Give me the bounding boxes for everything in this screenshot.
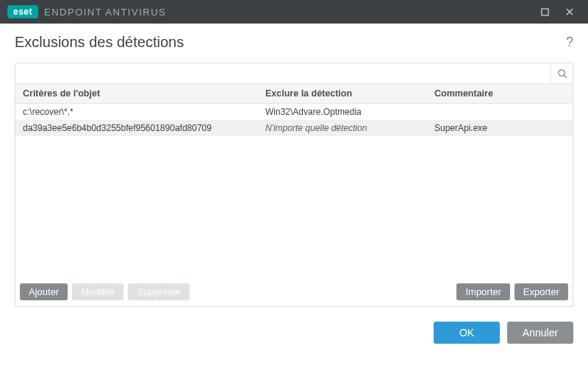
- cell-comment: [434, 107, 565, 117]
- help-button[interactable]: ?: [566, 35, 573, 50]
- table-row[interactable]: c:\recover\*.*Win32\Advare.Optmedia: [15, 104, 573, 120]
- cell-criteria: c:\recover\*.*: [23, 107, 265, 117]
- header-exclude[interactable]: Exclure la détection: [265, 88, 434, 99]
- cell-exclude: N'importe quelle détection: [265, 123, 434, 133]
- import-button[interactable]: Importer: [456, 283, 509, 300]
- cancel-button[interactable]: Annuler: [507, 322, 573, 344]
- svg-point-1: [558, 69, 564, 75]
- svg-rect-0: [542, 9, 548, 15]
- page-title: Exclusions des détections: [15, 34, 566, 51]
- search-input[interactable]: [15, 68, 551, 79]
- table-body: c:\recover\*.*Win32\Advare.Optmediada39a…: [15, 104, 573, 277]
- exclusions-panel: Critères de l'objet Exclure la détection…: [15, 63, 573, 307]
- ok-button[interactable]: OK: [434, 322, 500, 344]
- add-button[interactable]: Ajouter: [20, 283, 68, 300]
- table-row[interactable]: da39a3ee5e6b4b0d3255bfef95601890afd80709…: [15, 120, 573, 136]
- brand-name: ENDPOINT ANTIVIRUS: [44, 7, 166, 18]
- search-button[interactable]: [551, 64, 573, 83]
- close-icon: [565, 7, 574, 16]
- export-button[interactable]: Exporter: [514, 283, 568, 300]
- cell-criteria: da39a3ee5e6b4b0d3255bfef95601890afd80709: [23, 123, 265, 133]
- dialog-footer: OK Annuler: [0, 307, 588, 344]
- table-header: Critères de l'objet Exclure la détection…: [15, 84, 573, 104]
- cell-comment: SuperApi.exe: [434, 123, 565, 133]
- brand-badge: eset: [7, 5, 38, 18]
- cell-exclude: Win32\Advare.Optmedia: [265, 107, 434, 117]
- titlebar: eset ENDPOINT ANTIVIRUS: [0, 0, 588, 24]
- edit-button: Modifier: [72, 283, 123, 300]
- header-criteria[interactable]: Critères de l'objet: [23, 88, 265, 99]
- delete-button: Supprimer: [128, 283, 190, 300]
- toolbar: Ajouter Modifier Supprimer Importer Expo…: [15, 277, 573, 306]
- maximize-button[interactable]: [532, 0, 557, 24]
- search-icon: [557, 68, 567, 79]
- header-comment[interactable]: Commentaire: [434, 88, 565, 99]
- close-button[interactable]: [557, 0, 582, 24]
- maximize-icon: [541, 8, 549, 16]
